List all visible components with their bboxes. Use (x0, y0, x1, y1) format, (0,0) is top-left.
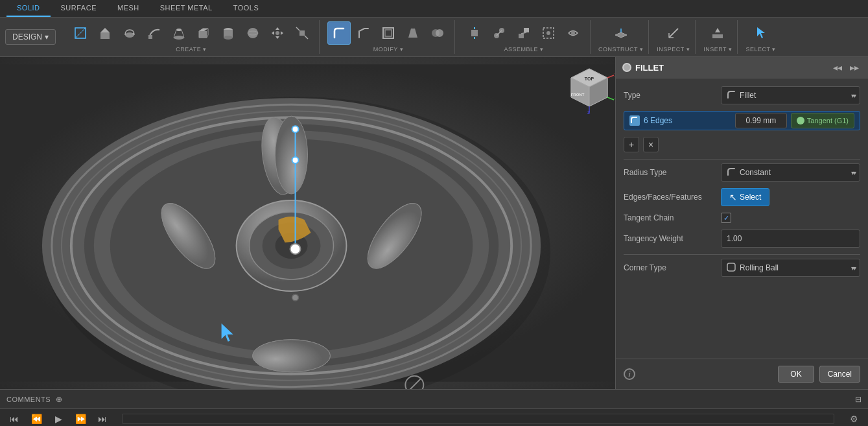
construct-plane-btn[interactable] (609, 21, 633, 45)
edges-row: 6 Edges 0.99 mm Tangent (G1) (624, 111, 860, 130)
as-built-joint-btn[interactable] (512, 21, 535, 45)
play-end-btn[interactable]: ⏭ (95, 411, 110, 427)
timeline-settings-btn[interactable]: ⚙ (846, 411, 862, 427)
type-selected-icon (727, 90, 736, 101)
svg-point-74 (292, 126, 299, 132)
svg-point-8 (176, 29, 182, 31)
sphere-btn[interactable] (241, 21, 264, 45)
move-btn[interactable] (266, 21, 289, 45)
svg-rect-32 (471, 30, 478, 36)
select-button[interactable]: ↖ Select (721, 188, 769, 206)
edges-value[interactable]: 0.99 mm (735, 113, 787, 128)
tab-sheet-metal[interactable]: SHEET METAL (150, 0, 223, 17)
tangency-weight-input[interactable] (721, 230, 860, 248)
toolbar-group-assemble: ASSEMBLE ▾ (458, 20, 591, 54)
corner-type-select[interactable]: Rolling Ball ▾ (721, 259, 860, 277)
view-cube[interactable]: TOP FRONT X Y Z (563, 64, 609, 109)
tab-solid[interactable]: SOLID (6, 0, 51, 17)
extrude-btn[interactable] (93, 21, 117, 45)
assemble-group-label: ASSEMBLE ▾ (504, 46, 544, 53)
svg-text:Z: Z (587, 110, 591, 115)
svg-marker-44 (615, 32, 627, 38)
play-prev-btn[interactable]: ⏪ (29, 411, 44, 427)
tab-surface[interactable]: SURFACE (51, 0, 107, 17)
viewport[interactable]: TOP FRONT X Y Z (0, 57, 615, 389)
radius-type-control: Constant ▾ (721, 163, 860, 182)
shell-btn[interactable] (377, 21, 400, 45)
play-btn[interactable]: ▶ (51, 411, 66, 427)
add-remove-row: + × (624, 137, 860, 152)
modify-icons (327, 21, 449, 45)
svg-point-43 (571, 31, 575, 35)
sweep-btn[interactable] (143, 21, 166, 45)
comments-collapse[interactable]: ⊟ (855, 395, 862, 404)
timeline-bar[interactable] (122, 414, 834, 424)
corner-type-row: Corner Type Rolling Ball ▾ (624, 259, 860, 277)
draft-btn[interactable] (401, 21, 425, 45)
select-tool-btn[interactable] (749, 21, 773, 45)
cancel-button[interactable]: Cancel (819, 366, 860, 383)
radius-type-select[interactable]: Constant ▾ (721, 163, 860, 182)
play-start-btn[interactable]: ⏮ (6, 411, 22, 427)
svg-point-75 (292, 157, 299, 163)
footer-buttons: OK Cancel (778, 366, 860, 383)
select-icons (749, 21, 773, 45)
fillet-icon (622, 63, 631, 72)
loft-btn[interactable] (167, 21, 191, 45)
motion-link-btn[interactable] (561, 21, 585, 45)
joint-btn[interactable] (487, 21, 511, 45)
svg-text:TOP: TOP (585, 77, 594, 81)
chamfer-btn[interactable] (352, 21, 375, 45)
main-toolbar: DESIGN ▾ (0, 18, 868, 56)
corner-type-label: Corner Type (624, 263, 721, 272)
panel-expand-btn[interactable]: ▸▸ (847, 61, 862, 74)
toolbar-group-construct: CONSTRUCT ▾ (593, 20, 649, 54)
svg-text:X: X (615, 73, 615, 77)
construct-group-label: CONSTRUCT ▾ (598, 46, 643, 53)
svg-rect-49 (712, 34, 723, 38)
comments-bar: COMMENTS ⊕ ⊟ (0, 389, 868, 408)
remove-btn[interactable]: × (643, 137, 659, 152)
play-next-btn[interactable]: ⏩ (73, 411, 88, 427)
measure-btn[interactable] (662, 21, 685, 45)
revolve-btn[interactable] (118, 21, 141, 45)
ok-button[interactable]: OK (778, 366, 814, 383)
create-icons (69, 21, 314, 45)
add-btn[interactable]: + (624, 137, 639, 152)
panel-controls: ◂◂ ▸▸ (830, 61, 862, 74)
svg-point-4 (125, 32, 134, 38)
tangency-weight-row: Tangency Weight (624, 230, 860, 248)
fillet-panel: FILLET ◂◂ ▸▸ Type Fillet (615, 57, 868, 389)
combine-btn[interactable] (426, 21, 449, 45)
svg-marker-19 (276, 27, 279, 30)
cylinder-btn[interactable] (217, 21, 240, 45)
tangent-chain-checkbox-wrapper: ✓ (721, 213, 860, 223)
fillet-btn[interactable] (327, 21, 351, 45)
new-component-btn[interactable] (463, 21, 486, 45)
scale-btn[interactable] (290, 21, 314, 45)
new-sketch-btn[interactable] (69, 21, 92, 45)
toolbar-group-select: SELECT ▾ (740, 20, 780, 54)
design-dropdown[interactable]: DESIGN ▾ (5, 29, 56, 45)
type-select[interactable]: Fillet ▾ (721, 86, 860, 104)
box-btn[interactable] (192, 21, 215, 45)
tangent-chain-label: Tangent Chain (624, 213, 721, 222)
tangency-weight-control (721, 230, 860, 248)
tangent-chain-checkbox[interactable]: ✓ (721, 213, 731, 223)
modify-group-label: MODIFY ▾ (373, 46, 403, 53)
svg-point-76 (290, 244, 301, 254)
rigid-group-btn[interactable] (537, 21, 560, 45)
insert-btn[interactable] (706, 21, 729, 45)
tab-tools[interactable]: TOOLS (223, 0, 270, 17)
svg-rect-94 (727, 263, 735, 271)
select-cursor-icon: ↖ (729, 192, 737, 202)
comments-label: COMMENTS (6, 396, 51, 403)
edges-faces-control: ↖ Select (721, 188, 860, 206)
tab-mesh[interactable]: MESH (107, 0, 150, 17)
panel-pin-btn[interactable]: ◂◂ (830, 61, 845, 74)
comments-expand[interactable]: ⊕ (56, 395, 62, 404)
svg-line-46 (669, 29, 678, 38)
svg-rect-38 (519, 34, 524, 38)
radius-type-row: Radius Type Constant ▾ (624, 163, 860, 182)
info-icon[interactable]: i (624, 368, 635, 380)
